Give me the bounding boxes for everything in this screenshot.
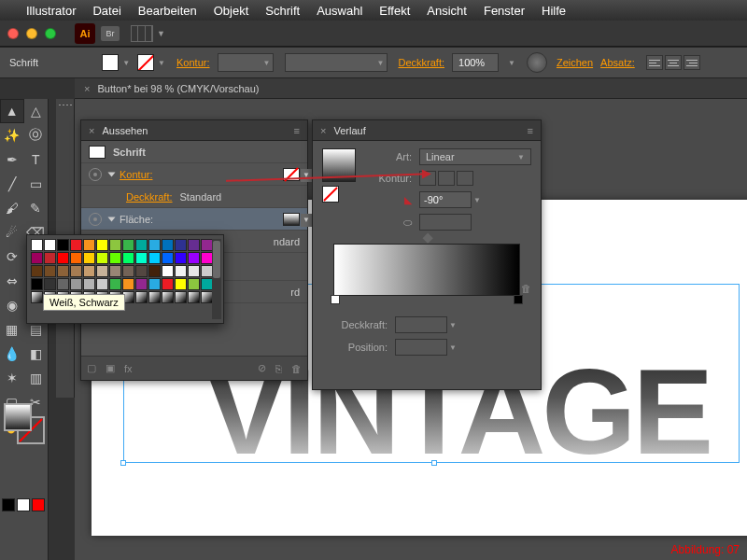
swatch-cell[interactable] bbox=[83, 278, 95, 290]
brush-definition-field[interactable]: ▼ bbox=[285, 53, 388, 72]
swatch-cell[interactable] bbox=[96, 278, 108, 290]
swatch-cell[interactable] bbox=[175, 239, 187, 251]
add-stroke-icon[interactable]: ▢ bbox=[87, 362, 96, 374]
gradient-type-dropdown[interactable]: Linear ▼ bbox=[419, 148, 531, 165]
fill-dropdown-icon[interactable]: ▼ bbox=[122, 59, 130, 67]
swatch-cell[interactable] bbox=[135, 239, 148, 251]
swatch-cell[interactable] bbox=[31, 278, 43, 290]
swatch-cell[interactable] bbox=[175, 278, 187, 290]
width-tool[interactable]: ⇔ bbox=[0, 269, 24, 293]
stop-opacity-field[interactable] bbox=[395, 316, 447, 333]
swatch-cell[interactable] bbox=[70, 252, 82, 264]
appearance-kontur-deckkraft-row[interactable]: Deckkraft: Standard bbox=[81, 186, 307, 208]
swatch-cell[interactable] bbox=[57, 252, 69, 264]
gradient-slider[interactable] bbox=[333, 244, 520, 296]
stroke-dropdown-icon[interactable]: ▼ bbox=[158, 59, 165, 67]
panel-menu-icon[interactable]: ≡ bbox=[528, 125, 533, 136]
lasso-tool[interactable]: ⓞ bbox=[24, 123, 49, 147]
swatch-cell[interactable] bbox=[57, 265, 69, 277]
arrange-dropdown-icon[interactable]: ▼ bbox=[157, 29, 165, 38]
duplicate-item-icon[interactable]: ⎘ bbox=[275, 363, 282, 374]
swatch-cell[interactable] bbox=[122, 265, 134, 277]
swatch-cell[interactable] bbox=[148, 278, 161, 290]
appearance-flaeche-row[interactable]: Fläche: ▼ bbox=[81, 208, 307, 231]
swatch-cell[interactable] bbox=[70, 265, 82, 277]
kontur-link[interactable]: Kontur: bbox=[176, 57, 209, 68]
mini-swatch-red[interactable] bbox=[32, 498, 45, 511]
swatch-cell[interactable] bbox=[96, 252, 108, 264]
deckkraft-label[interactable]: Deckkraft: bbox=[126, 191, 173, 203]
swatch-cell[interactable] bbox=[188, 291, 200, 303]
swatch-cell[interactable] bbox=[44, 252, 56, 264]
appearance-kontur-row[interactable]: Kontur: ▼ bbox=[81, 163, 307, 186]
swatch-cell[interactable] bbox=[175, 265, 187, 277]
recolor-artwork-button[interactable] bbox=[527, 52, 547, 73]
menu-bearbeiten[interactable]: Bearbeiten bbox=[138, 4, 197, 18]
swatch-cell[interactable] bbox=[148, 252, 161, 264]
align-left-button[interactable] bbox=[646, 55, 663, 70]
disclosure-triangle-icon[interactable] bbox=[108, 172, 116, 176]
swatch-cell[interactable] bbox=[31, 265, 43, 277]
swatch-cell[interactable] bbox=[135, 252, 148, 264]
mesh-tool[interactable]: ▦ bbox=[0, 317, 24, 342]
add-fill-icon[interactable]: ▣ bbox=[106, 362, 115, 374]
selection-tool[interactable]: ▲ bbox=[0, 99, 24, 123]
align-center-button[interactable] bbox=[665, 55, 682, 70]
add-effect-icon[interactable]: fx bbox=[124, 363, 133, 374]
gradient-angle-field[interactable] bbox=[419, 191, 472, 208]
menu-hilfe[interactable]: Hilfe bbox=[542, 4, 566, 18]
swatch-cell[interactable] bbox=[83, 252, 95, 264]
swatch-cell[interactable] bbox=[122, 239, 134, 251]
delete-stop-icon[interactable]: 🗑 bbox=[521, 283, 531, 294]
swatch-scrollbar[interactable] bbox=[212, 239, 221, 319]
swatch-cell[interactable] bbox=[44, 278, 56, 290]
kontur-label[interactable]: Kontur: bbox=[120, 169, 152, 180]
panel-menu-icon[interactable]: ≡ bbox=[294, 125, 300, 136]
swatch-cell[interactable] bbox=[175, 252, 187, 264]
swatch-cell[interactable] bbox=[109, 265, 121, 277]
rotate-tool[interactable]: ⟳ bbox=[0, 245, 24, 269]
gradient-panel-header[interactable]: × Verlauf ≡ bbox=[313, 120, 541, 141]
pen-tool[interactable]: ✒ bbox=[0, 147, 24, 172]
panel-collapse-icon[interactable]: × bbox=[89, 125, 94, 136]
paintbrush-tool[interactable]: 🖌 bbox=[0, 196, 24, 220]
opacity-field[interactable] bbox=[452, 53, 499, 72]
gradient-stroke-swatch[interactable] bbox=[322, 186, 339, 203]
fill-swatch[interactable] bbox=[102, 54, 119, 71]
stroke-gradient-across-icon[interactable] bbox=[457, 171, 473, 186]
eyedropper-tool[interactable]: 💧 bbox=[0, 342, 24, 366]
swatch-cell[interactable] bbox=[135, 278, 148, 290]
swatch-cell[interactable] bbox=[148, 265, 161, 277]
swatch-cell[interactable] bbox=[70, 278, 82, 290]
visibility-toggle-icon[interactable] bbox=[89, 168, 102, 181]
swatch-cell[interactable] bbox=[109, 278, 121, 290]
direct-selection-tool[interactable]: △ bbox=[24, 99, 49, 123]
blend-tool[interactable]: ◧ bbox=[24, 342, 49, 366]
swatch-cell[interactable] bbox=[57, 239, 69, 251]
gradient-stop-left[interactable] bbox=[331, 295, 340, 304]
graph-tool[interactable]: ▥ bbox=[24, 366, 49, 390]
blob-brush-tool[interactable]: ☄ bbox=[0, 220, 24, 245]
swatch-cell[interactable] bbox=[122, 278, 134, 290]
scrollbar-thumb[interactable] bbox=[213, 241, 220, 278]
arrange-documents-button[interactable] bbox=[131, 25, 153, 42]
menu-auswahl[interactable]: Auswahl bbox=[317, 4, 362, 18]
swatch-cell[interactable] bbox=[188, 252, 200, 264]
swatch-cell[interactable] bbox=[31, 291, 43, 303]
menu-fenster[interactable]: Fenster bbox=[484, 4, 525, 18]
stop-opacity-dropdown-icon[interactable]: ▼ bbox=[449, 321, 457, 329]
menu-objekt[interactable]: Objekt bbox=[214, 4, 249, 18]
stop-position-dropdown-icon[interactable]: ▼ bbox=[449, 343, 457, 352]
appearance-panel-header[interactable]: × Aussehen ≡ bbox=[81, 120, 307, 141]
minimize-window-button[interactable] bbox=[26, 28, 37, 39]
close-window-button[interactable] bbox=[7, 28, 19, 39]
selection-handle[interactable] bbox=[431, 460, 437, 466]
mini-swatch-white[interactable] bbox=[17, 498, 30, 511]
selection-handle[interactable] bbox=[120, 460, 126, 466]
shape-builder-tool[interactable]: ◉ bbox=[0, 293, 24, 317]
flaeche-swatch[interactable]: ▼ bbox=[283, 213, 300, 226]
absatz-link[interactable]: Absatz: bbox=[600, 57, 635, 68]
fill-stroke-indicator[interactable] bbox=[4, 403, 45, 444]
fill-indicator[interactable] bbox=[4, 403, 32, 431]
swatch-cell[interactable] bbox=[188, 239, 200, 251]
